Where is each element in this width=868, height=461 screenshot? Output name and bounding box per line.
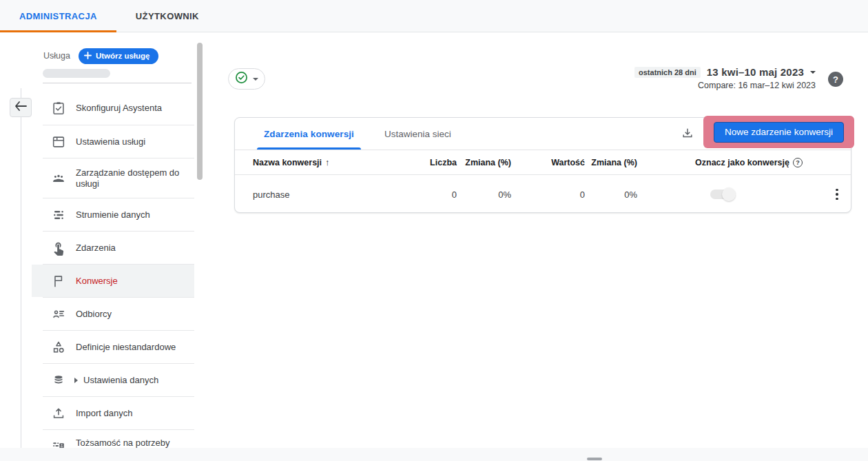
- sidebar-item-konwersje[interactable]: Konwersje: [32, 265, 194, 297]
- sidebar-item-label: Ustawienia danych: [83, 375, 158, 386]
- date-range-block: ostatnich 28 dni 13 kwi–10 maj 2023 Comp…: [634, 66, 816, 90]
- arrow-left-icon: [14, 101, 27, 114]
- sidebar-item-ustawienia-danych[interactable]: Ustawienia danych: [32, 364, 194, 396]
- sidebar-header: Usługa Utwórz usługę: [32, 45, 194, 66]
- create-property-label: Utwórz usługę: [96, 52, 150, 60]
- tab-zdarzenia-konwersji[interactable]: Zdarzenia konwersji: [257, 118, 361, 150]
- create-property-button[interactable]: Utwórz usługę: [79, 48, 158, 64]
- sort-arrow-up-icon: ↑: [325, 158, 329, 167]
- conversion-name: purchase: [235, 189, 410, 200]
- conversion-value: 0: [511, 189, 585, 200]
- flag-icon: [51, 274, 66, 289]
- tab-uzytkownik[interactable]: UŻYTKOWNIK: [116, 0, 218, 32]
- row-overflow-menu-icon[interactable]: [822, 186, 852, 203]
- header-zmiana-2[interactable]: Zmiana (%): [585, 158, 637, 167]
- card-tab-bar: Zdarzenia konwersji Ustawienia sieci Now…: [235, 118, 851, 150]
- date-range-picker[interactable]: ostatnich 28 dni 13 kwi–10 maj 2023: [634, 66, 816, 78]
- tab-administracja[interactable]: ADMINISTRACJA: [0, 0, 116, 32]
- sidebar-collapse-divider: [21, 88, 21, 448]
- sidebar-item-label: Zdarzenia: [76, 243, 116, 254]
- property-selector-underline: [43, 83, 192, 83]
- conversion-count: 0: [410, 189, 457, 200]
- shapes-icon: [51, 340, 66, 355]
- property-selector-redacted[interactable]: [43, 69, 110, 78]
- new-conversion-event-button[interactable]: Nowe zdarzenie konwersji: [714, 122, 844, 143]
- table-row-purchase: purchase 0 0% 0 0%: [235, 175, 851, 214]
- horizontal-scrollbar[interactable]: [587, 458, 602, 460]
- conversion-change-2: 0%: [585, 189, 637, 200]
- sidebar-item-label: Definicje niestandardowe: [76, 342, 176, 353]
- ga-admin-screen: ADMINISTRACJA UŻYTKOWNIK Usługa Utwórz u…: [0, 0, 868, 461]
- database-icon: [51, 373, 66, 388]
- header-liczba[interactable]: Liczba: [410, 158, 457, 167]
- expand-caret-icon: [74, 378, 78, 383]
- mark-as-conversion-toggle[interactable]: [710, 189, 734, 199]
- download-icon[interactable]: [680, 126, 695, 141]
- sidebar-item-label: Odbiorcy: [76, 309, 112, 320]
- sidebar-item-zarzadzanie-dostepem[interactable]: Zarządzanie dostępem do usługi: [32, 158, 194, 198]
- compare-range-label: Compare: 16 mar–12 kwi 2023: [634, 81, 816, 90]
- sidebar-item-zdarzenia[interactable]: Zdarzenia: [32, 232, 194, 264]
- audience-icon: [51, 307, 66, 322]
- menu-cell: [818, 186, 852, 203]
- touch-icon: [51, 240, 66, 256]
- sidebar-item-label: Ustawienia usługi: [76, 136, 145, 147]
- sidebar-item-odbiorcy[interactable]: Odbiorcy: [32, 298, 194, 330]
- question-circle-icon[interactable]: ?: [793, 158, 803, 167]
- sidebar-item-label: Skonfiguruj Asystenta: [76, 103, 162, 114]
- header-zmiana-1[interactable]: Zmiana (%): [457, 158, 511, 167]
- toggle-cell: [680, 189, 818, 199]
- sidebar-item-definicje-niestandardowe[interactable]: Definicje niestandardowe: [32, 331, 194, 363]
- back-button[interactable]: [10, 98, 32, 117]
- property-settings-icon: [51, 134, 66, 150]
- header-label: Nazwa konwersji: [253, 158, 322, 167]
- plus-icon: [84, 52, 92, 61]
- sidebar-item-label: Zarządzanie dostępem do usługi: [76, 167, 190, 189]
- sidebar-menu: Skonfiguruj Asystenta Ustawienia usługi …: [32, 92, 194, 461]
- collection-status-dropdown[interactable]: [228, 68, 265, 90]
- chevron-down-icon: [810, 71, 816, 74]
- annotation-highlight: Nowe zdarzenie konwersji: [703, 116, 854, 148]
- assignment-check-icon: [51, 101, 66, 116]
- check-circle-icon: [235, 71, 248, 87]
- sidebar-item-skonfiguruj-asystenta[interactable]: Skonfiguruj Asystenta: [32, 92, 194, 125]
- toggle-knob: [722, 187, 736, 201]
- sidebar-item-ustawienia-uslugi[interactable]: Ustawienia usługi: [32, 125, 194, 158]
- header-label: Oznacz jako konwersję: [695, 158, 789, 167]
- conversion-change-1: 0%: [457, 189, 511, 200]
- table-header-row: Nazwa konwersji ↑ Liczba Zmiana (%) Wart…: [235, 150, 851, 174]
- date-preset-badge: ostatnich 28 dni: [634, 67, 701, 78]
- bottom-bar: [0, 448, 868, 461]
- sidebar-item-import-danych[interactable]: Import danych: [32, 397, 194, 429]
- help-icon[interactable]: ?: [828, 72, 843, 87]
- date-range-label: 13 kwi–10 maj 2023: [707, 66, 804, 78]
- tab-ustawienia-sieci[interactable]: Ustawienia sieci: [378, 118, 458, 150]
- upload-icon: [51, 406, 66, 421]
- sidebar-item-label: Strumienie danych: [76, 209, 150, 221]
- sidebar-scrollbar[interactable]: [197, 43, 203, 180]
- conversions-card: Zdarzenia konwersji Ustawienia sieci Now…: [234, 117, 851, 213]
- sidebar-item-label: Import danych: [76, 408, 132, 419]
- header-oznacz-jako-konwersje: Oznacz jako konwersję ?: [680, 158, 818, 167]
- header-wartosc[interactable]: Wartość: [511, 158, 585, 167]
- sidebar-item-strumienie-danych[interactable]: Strumienie danych: [32, 198, 194, 231]
- top-nav: ADMINISTRACJA UŻYTKOWNIK: [0, 0, 868, 32]
- property-section-label: Usługa: [43, 51, 70, 61]
- header-nazwa-konwersji[interactable]: Nazwa konwersji ↑: [235, 158, 410, 167]
- data-streams-icon: [51, 207, 66, 223]
- people-icon: [51, 171, 66, 186]
- sidebar-item-label: Konwersje: [76, 276, 118, 287]
- chevron-down-icon: [253, 78, 258, 81]
